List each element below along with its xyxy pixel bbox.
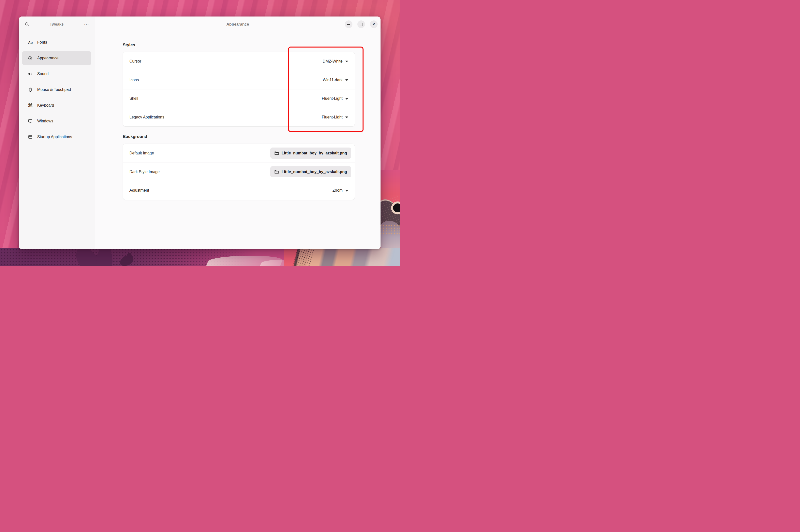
shell-row: Shell Fluent-Light — [123, 89, 355, 108]
row-label: Adjustment — [129, 188, 149, 193]
sidebar-item-label: Appearance — [37, 56, 58, 60]
sidebar: Tweaks ··· Aa Fonts Appearance — [19, 17, 95, 249]
adjustment-row: Adjustment Zoom — [123, 181, 355, 200]
mouse-icon — [27, 87, 33, 92]
styles-heading: Styles — [123, 43, 355, 48]
sidebar-item-windows[interactable]: Windows — [22, 114, 91, 128]
chevron-down-icon — [345, 61, 348, 62]
default-image-file-button[interactable]: Little_numbat_boy_by_azskalt.png — [271, 148, 351, 158]
dropdown-value: Win11-dark — [322, 78, 342, 82]
background-heading: Background — [123, 134, 355, 139]
titlebar: Appearance × — [95, 17, 380, 32]
row-label: Shell — [129, 96, 138, 101]
window-controls: × — [345, 17, 377, 32]
minimize-button[interactable] — [345, 20, 352, 28]
dropdown-value: DMZ-White — [322, 59, 342, 63]
page-title: Appearance — [226, 22, 249, 26]
dropdown-value: Fluent-Light — [322, 115, 343, 119]
chevron-down-icon — [345, 98, 348, 100]
sidebar-item-label: Sound — [37, 72, 49, 76]
row-label: Icons — [129, 78, 139, 82]
cursor-dropdown[interactable]: DMZ-White — [322, 59, 348, 63]
numbat-wing-art — [284, 248, 400, 266]
content: Styles Cursor DMZ-White Icons Win11-dark — [95, 32, 380, 200]
row-label: Cursor — [129, 59, 141, 63]
adjustment-dropdown[interactable]: Zoom — [333, 188, 348, 193]
chevron-down-icon — [345, 190, 348, 192]
shell-dropdown[interactable]: Fluent-Light — [322, 96, 349, 101]
dark-style-image-file-button[interactable]: Little_numbat_boy_by_azskalt.png — [271, 166, 351, 177]
sidebar-item-keyboard[interactable]: ⌘ Keyboard — [22, 98, 91, 112]
chevron-down-icon — [345, 79, 348, 81]
halftone-dots — [292, 248, 315, 266]
sidebar-item-label: Startup Applications — [37, 135, 72, 139]
sidebar-header: Tweaks ··· — [19, 17, 95, 32]
sidebar-item-sound[interactable]: Sound — [22, 67, 91, 81]
sidebar-item-label: Fonts — [37, 40, 47, 44]
default-image-row: Default Image Little_numbat_boy_by_azska… — [123, 144, 355, 163]
icons-row: Icons Win11-dark — [123, 71, 355, 90]
file-name: Little_numbat_boy_by_azskalt.png — [281, 170, 347, 174]
search-button[interactable] — [24, 22, 30, 26]
app-title: Tweaks — [30, 22, 84, 26]
legacy-applications-row: Legacy Applications Fluent-Light — [123, 108, 355, 127]
tweaks-window: Tweaks ··· Aa Fonts Appearance — [19, 17, 380, 249]
startup-applications-icon — [27, 134, 33, 139]
sidebar-item-fonts[interactable]: Aa Fonts — [22, 36, 91, 49]
wallpaper-numbat-art — [380, 170, 400, 248]
keyboard-icon: ⌘ — [27, 102, 33, 108]
numbat-fur — [380, 221, 400, 248]
close-icon: × — [372, 22, 375, 26]
legacy-applications-dropdown[interactable]: Fluent-Light — [322, 115, 349, 119]
windows-icon — [27, 119, 33, 124]
sidebar-item-mouse-touchpad[interactable]: Mouse & Touchpad — [22, 83, 91, 97]
row-label: Legacy Applications — [129, 115, 164, 119]
maximize-button[interactable] — [357, 20, 365, 28]
dropdown-value: Fluent-Light — [322, 96, 343, 101]
menu-button[interactable]: ··· — [84, 23, 89, 25]
minimize-icon — [347, 24, 350, 25]
icons-dropdown[interactable]: Win11-dark — [322, 78, 348, 82]
row-label: Dark Style Image — [129, 170, 160, 174]
sidebar-item-label: Mouse & Touchpad — [37, 88, 71, 92]
search-icon — [25, 22, 29, 26]
sidebar-list: Aa Fonts Appearance — [19, 32, 95, 149]
cursor-row: Cursor DMZ-White — [123, 52, 355, 71]
sidebar-item-label: Windows — [37, 119, 53, 124]
row-label: Default Image — [129, 151, 154, 155]
wallpaper-bottom-band — [0, 248, 400, 266]
sidebar-item-startup-applications[interactable]: Startup Applications — [22, 130, 91, 144]
close-button[interactable]: × — [370, 20, 377, 28]
dropdown-value: Zoom — [333, 188, 342, 193]
fonts-icon: Aa — [27, 40, 33, 44]
folder-icon — [275, 151, 279, 155]
ellipsis-menu-icon: ··· — [84, 23, 89, 25]
chevron-down-icon — [345, 116, 348, 118]
sidebar-item-label: Keyboard — [37, 103, 54, 108]
appearance-icon — [27, 56, 33, 61]
file-name: Little_numbat_boy_by_azskalt.png — [281, 151, 347, 155]
dark-style-image-row: Dark Style Image Little_numbat_boy_by_az… — [123, 163, 355, 181]
sound-icon — [27, 72, 33, 76]
main-pane: Appearance × Styles Cursor DMZ-White Ico… — [95, 17, 380, 249]
background-card: Default Image Little_numbat_boy_by_azska… — [123, 144, 355, 200]
styles-card: Cursor DMZ-White Icons Win11-dark Shell — [123, 52, 355, 127]
maximize-icon — [360, 23, 363, 26]
folder-icon — [275, 170, 279, 174]
sidebar-item-appearance[interactable]: Appearance — [22, 51, 91, 65]
numbat-eye — [393, 204, 400, 212]
